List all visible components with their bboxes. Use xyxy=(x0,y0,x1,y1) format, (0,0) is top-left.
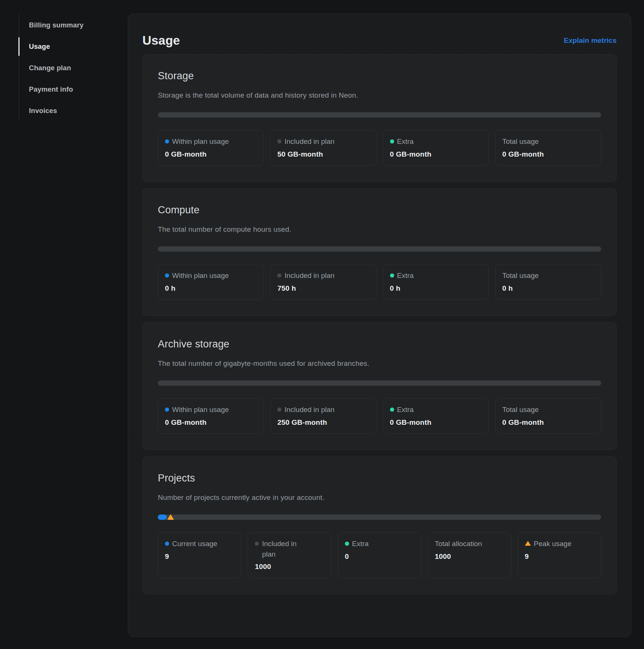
stat-value: 0 GB-month xyxy=(165,150,257,158)
billing-nav: Billing summary Usage Change plan Paymen… xyxy=(19,14,113,122)
stat-label: Included in plan xyxy=(277,404,369,415)
stats-grid: Within plan usage 0 h Included in plan 7… xyxy=(158,264,601,300)
usage-card-storage: Storage Storage is the total volume of d… xyxy=(142,54,617,182)
stat-value: 9 xyxy=(525,552,594,561)
stat-value: 0 GB-month xyxy=(390,150,482,158)
legend-dot-icon xyxy=(165,273,169,278)
stat-label: Total usage xyxy=(502,136,594,147)
legend-dot-icon xyxy=(165,542,169,546)
stat-card: Total usage 0 GB-month xyxy=(495,130,601,166)
usage-card-compute: Compute The total number of compute hour… xyxy=(142,188,617,316)
stat-label: Included in plan xyxy=(277,136,369,147)
stat-card: Within plan usage 0 GB-month xyxy=(158,130,264,166)
page-title: Usage xyxy=(142,33,180,48)
stat-label: Total allocation xyxy=(435,539,504,549)
projects-progress-bar xyxy=(158,515,601,520)
sidebar-item-label: Usage xyxy=(29,42,50,51)
stat-card: Current usage 9 xyxy=(158,532,241,578)
usage-panel: Usage Explain metrics Storage Storage is… xyxy=(128,14,631,637)
card-title: Archive storage xyxy=(158,338,601,350)
sidebar-item-label: Payment info xyxy=(29,85,73,94)
progress-fill xyxy=(158,515,167,520)
stat-card: Total usage 0 GB-month xyxy=(495,398,601,434)
sidebar-item-label: Change plan xyxy=(29,64,71,72)
card-description: The total number of gigabyte-months used… xyxy=(158,359,601,368)
stat-value: 0 h xyxy=(390,284,482,293)
usage-header: Usage Explain metrics xyxy=(142,14,617,48)
stat-card: Included in plan 1000 xyxy=(248,532,331,578)
billing-sidebar: Billing summary Usage Change plan Paymen… xyxy=(19,14,113,122)
stat-card: Extra 0 xyxy=(338,532,421,578)
stat-card: Extra 0 GB-month xyxy=(383,398,489,434)
compute-progress-bar xyxy=(158,246,601,252)
legend-dot-icon xyxy=(390,273,394,278)
legend-dot-icon xyxy=(345,542,349,546)
usage-card-archive-storage: Archive storage The total number of giga… xyxy=(142,322,617,450)
sidebar-item-change-plan[interactable]: Change plan xyxy=(19,57,113,78)
stats-grid: Within plan usage 0 GB-month Included in… xyxy=(158,130,601,166)
stat-card: Peak usage 9 xyxy=(518,532,601,578)
card-title: Storage xyxy=(158,70,601,82)
storage-progress-bar xyxy=(158,112,601,118)
stat-label: Current usage xyxy=(165,539,234,549)
legend-dot-icon xyxy=(277,139,281,143)
stat-card: Included in plan 50 GB-month xyxy=(270,130,376,166)
stats-grid: Current usage 9 Included in plan 1000 Ex… xyxy=(158,532,601,578)
stat-value: 250 GB-month xyxy=(277,418,369,427)
stat-label: Total usage xyxy=(502,404,594,415)
stat-value: 1000 xyxy=(435,552,504,561)
stat-card: Extra 0 h xyxy=(383,264,489,300)
explain-metrics-link[interactable]: Explain metrics xyxy=(564,36,617,45)
sidebar-item-label: Billing summary xyxy=(29,21,83,29)
stat-card: Within plan usage 0 GB-month xyxy=(158,398,264,434)
stat-value: 0 GB-month xyxy=(390,418,482,427)
card-title: Compute xyxy=(158,204,601,216)
stat-label: Total usage xyxy=(502,270,594,281)
stat-card: Included in plan 750 h xyxy=(270,264,376,300)
stat-value: 1000 xyxy=(255,563,324,571)
stat-label: Included in plan xyxy=(277,270,369,281)
stat-label: Extra xyxy=(390,136,482,147)
stat-value: 750 h xyxy=(277,284,369,293)
legend-dot-icon xyxy=(390,139,394,143)
stat-card: Total usage 0 h xyxy=(495,264,601,300)
archive-progress-bar xyxy=(158,380,601,386)
card-title: Projects xyxy=(158,472,601,484)
stat-label: Extra xyxy=(390,270,482,281)
sidebar-item-payment-info[interactable]: Payment info xyxy=(19,78,113,100)
card-description: The total number of compute hours used. xyxy=(158,225,601,234)
peak-marker-icon xyxy=(167,514,174,520)
card-description: Storage is the total volume of data and … xyxy=(158,91,601,100)
stat-label: Within plan usage xyxy=(165,136,257,147)
stat-label: Peak usage xyxy=(525,539,594,549)
stat-label: Within plan usage xyxy=(165,404,257,415)
legend-dot-icon xyxy=(255,542,259,546)
stat-card: Extra 0 GB-month xyxy=(383,130,489,166)
sidebar-item-invoices[interactable]: Invoices xyxy=(19,100,113,121)
stat-label: Extra xyxy=(390,404,482,415)
stat-card: Included in plan 250 GB-month xyxy=(270,398,376,434)
stat-value: 0 GB-month xyxy=(165,418,257,427)
stat-value: 50 GB-month xyxy=(277,150,369,158)
stat-value: 9 xyxy=(165,552,234,561)
stat-value: 0 xyxy=(345,552,414,561)
stat-value: 0 GB-month xyxy=(502,418,594,427)
stat-value: 0 h xyxy=(502,284,594,293)
card-description: Number of projects currently active in y… xyxy=(158,494,601,502)
stat-label: Within plan usage xyxy=(165,270,257,281)
legend-dot-icon xyxy=(165,139,169,143)
legend-dot-icon xyxy=(165,408,169,412)
sidebar-item-billing-summary[interactable]: Billing summary xyxy=(19,14,113,36)
stat-label: Extra xyxy=(345,539,414,549)
legend-dot-icon xyxy=(277,408,281,412)
stat-card: Within plan usage 0 h xyxy=(158,264,264,300)
sidebar-item-usage[interactable]: Usage xyxy=(19,36,113,57)
stats-grid: Within plan usage 0 GB-month Included in… xyxy=(158,398,601,434)
peak-triangle-icon xyxy=(525,541,531,546)
usage-card-projects: Projects Number of projects currently ac… xyxy=(142,456,617,594)
sidebar-item-label: Invoices xyxy=(29,107,57,115)
stat-label: Included in plan xyxy=(255,539,324,559)
legend-dot-icon xyxy=(277,273,281,278)
stat-value: 0 h xyxy=(165,284,257,293)
stat-card: Total allocation 1000 xyxy=(428,532,511,578)
